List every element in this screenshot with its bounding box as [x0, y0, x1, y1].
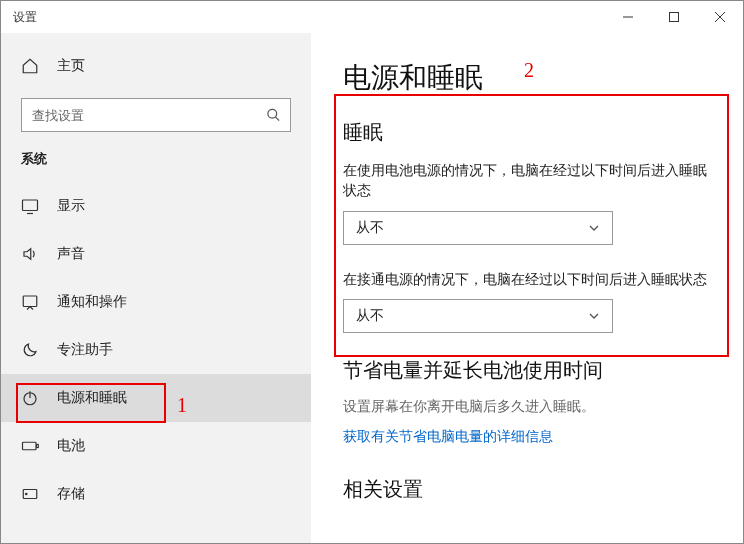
window-controls [605, 1, 743, 33]
sleep-plugged-value: 从不 [356, 307, 384, 325]
main-panel: 电源和睡眠 睡眠 在使用电池电源的情况下，电脑在经过以下时间后进入睡眠状态 从不… [311, 33, 743, 543]
sound-icon [21, 245, 39, 263]
chevron-down-icon [588, 310, 600, 322]
sidebar-item-notifications[interactable]: 通知和操作 [1, 278, 311, 326]
sidebar-item-label: 专注助手 [57, 341, 113, 359]
page-title: 电源和睡眠 [343, 59, 719, 97]
sidebar-item-power-sleep[interactable]: 电源和睡眠 [1, 374, 311, 422]
sleep-plugged-label: 在接通电源的情况下，电脑在经过以下时间后进入睡眠状态 [343, 269, 719, 289]
maximize-icon [669, 12, 679, 22]
sidebar-item-display[interactable]: 显示 [1, 182, 311, 230]
sidebar: 主页 系统 显示 声音 通知和操作 专注助手 电源和睡眠 电池 [1, 33, 311, 543]
close-icon [715, 12, 725, 22]
maximize-button[interactable] [651, 1, 697, 33]
sleep-battery-select[interactable]: 从不 [343, 211, 613, 245]
svg-point-14 [26, 493, 28, 495]
svg-line-5 [275, 117, 279, 121]
sidebar-item-label: 通知和操作 [57, 293, 127, 311]
minimize-button[interactable] [605, 1, 651, 33]
home-label: 主页 [57, 57, 85, 75]
window-title: 设置 [13, 9, 605, 26]
svg-rect-6 [23, 200, 38, 211]
save-power-desc: 设置屏幕在你离开电脑后多久进入睡眠。 [343, 398, 719, 416]
sleep-battery-label: 在使用电池电源的情况下，电脑在经过以下时间后进入睡眠状态 [343, 160, 719, 201]
svg-rect-1 [670, 13, 679, 22]
close-button[interactable] [697, 1, 743, 33]
moon-icon [21, 341, 39, 359]
home-link[interactable]: 主页 [1, 46, 311, 86]
battery-icon [21, 437, 39, 455]
minimize-icon [623, 12, 633, 22]
sidebar-item-storage[interactable]: 存储 [1, 470, 311, 518]
svg-rect-12 [37, 445, 39, 448]
search-icon [266, 108, 281, 123]
nav-group-system: 系统 [1, 150, 311, 168]
related-heading: 相关设置 [343, 476, 719, 503]
sidebar-item-battery[interactable]: 电池 [1, 422, 311, 470]
search-input[interactable] [21, 98, 291, 132]
sidebar-item-label: 电源和睡眠 [57, 389, 127, 407]
svg-rect-8 [23, 296, 37, 307]
storage-icon [21, 485, 39, 503]
save-power-heading: 节省电量并延长电池使用时间 [343, 357, 719, 384]
search-box[interactable] [21, 98, 291, 132]
notification-icon [21, 293, 39, 311]
sidebar-item-focus-assist[interactable]: 专注助手 [1, 326, 311, 374]
power-icon [21, 389, 39, 407]
sleep-heading: 睡眠 [343, 119, 719, 146]
sidebar-item-sound[interactable]: 声音 [1, 230, 311, 278]
titlebar: 设置 [1, 1, 743, 33]
sidebar-item-label: 显示 [57, 197, 85, 215]
home-icon [21, 57, 39, 75]
sidebar-item-label: 电池 [57, 437, 85, 455]
display-icon [21, 197, 39, 215]
svg-point-4 [268, 109, 277, 118]
sleep-plugged-select[interactable]: 从不 [343, 299, 613, 333]
sidebar-item-label: 存储 [57, 485, 85, 503]
sidebar-item-label: 声音 [57, 245, 85, 263]
svg-rect-11 [23, 442, 37, 450]
chevron-down-icon [588, 222, 600, 234]
sleep-battery-value: 从不 [356, 219, 384, 237]
save-power-link[interactable]: 获取有关节省电脑电量的详细信息 [343, 428, 553, 446]
